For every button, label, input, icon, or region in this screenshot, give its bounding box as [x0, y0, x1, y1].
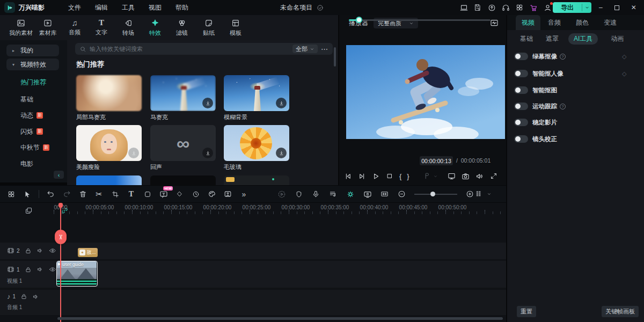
- effect-card-echo[interactable]: ∞: [150, 125, 216, 161]
- effect-card-partial[interactable]: [224, 175, 289, 185]
- tab-transitions[interactable]: 转场: [115, 15, 142, 40]
- tab-audio-props[interactable]: 音频: [540, 15, 568, 30]
- zoom-out-icon[interactable]: [397, 189, 406, 199]
- track-audio-1[interactable]: ♪ 1 音频 1: [0, 290, 506, 315]
- playhead-handle[interactable]: [58, 203, 63, 208]
- tab-effects[interactable]: 特效: [142, 15, 169, 40]
- color-palette-icon[interactable]: [207, 189, 216, 199]
- delete-icon[interactable]: [78, 189, 87, 199]
- switch-device-icon[interactable]: [457, 1, 470, 14]
- keyframe-icon[interactable]: [175, 189, 184, 199]
- tab-stock-media[interactable]: 素材库: [34, 15, 61, 40]
- more-tools-button[interactable]: »: [239, 189, 248, 199]
- tab-templates[interactable]: 模板: [222, 15, 249, 40]
- effect-card-blur-bg[interactable]: [224, 75, 289, 111]
- effect-card-mosaic[interactable]: [150, 75, 216, 111]
- close-button[interactable]: ✕: [631, 4, 636, 11]
- video-clip-selected[interactable]: ▶ user guide: [56, 261, 98, 287]
- effects-active-icon[interactable]: [346, 189, 355, 199]
- seek-bar-knob[interactable]: [356, 17, 362, 23]
- sidebar-item-midautumn[interactable]: 中秋节新: [20, 143, 49, 152]
- download-icon[interactable]: [276, 98, 287, 108]
- tab-filters[interactable]: 滤镜: [169, 15, 195, 40]
- crop-icon[interactable]: [111, 189, 120, 199]
- tab-color[interactable]: 颜色: [568, 15, 596, 30]
- subtab-basic[interactable]: 基础: [520, 34, 533, 43]
- mute-icon[interactable]: [36, 266, 44, 273]
- store-cart-icon[interactable]: [527, 1, 540, 14]
- tab-my-media[interactable]: 我的素材: [8, 15, 34, 40]
- chroma-key-toggle[interactable]: [514, 53, 528, 60]
- lock-icon[interactable]: [20, 293, 27, 300]
- mute-icon[interactable]: [32, 293, 40, 301]
- sidebar-item-hot[interactable]: 热门推荐: [20, 78, 46, 86]
- chevron-down-icon[interactable]: [487, 192, 492, 196]
- eye-icon[interactable]: [49, 247, 56, 254]
- search-bar[interactable]: 全部 ⋯: [75, 43, 333, 55]
- subtab-mask[interactable]: 遮罩: [546, 34, 559, 43]
- effect-card-frosted-glass[interactable]: [224, 125, 289, 161]
- manage-tracks-icon[interactable]: [25, 207, 33, 215]
- menu-edit[interactable]: 编辑: [95, 3, 108, 12]
- upload-icon[interactable]: [485, 1, 498, 14]
- chevron-down-icon[interactable]: [433, 174, 438, 179]
- workspace-grid-icon[interactable]: [6, 189, 16, 199]
- volume-button[interactable]: [475, 172, 484, 180]
- help-icon[interactable]: ?: [560, 54, 566, 60]
- timeline-scrollbar[interactable]: [57, 317, 503, 320]
- keyframe-diamond-icon[interactable]: ◇: [622, 70, 626, 77]
- text-tool-icon[interactable]: T: [127, 189, 136, 199]
- mask-tool-icon[interactable]: [143, 189, 152, 199]
- download-icon[interactable]: [202, 148, 213, 158]
- lock-icon[interactable]: [25, 247, 32, 254]
- stabilization-toggle[interactable]: [514, 119, 528, 126]
- render-preview-icon[interactable]: [277, 189, 286, 199]
- tab-audio[interactable]: ♫音频: [61, 15, 88, 40]
- save-icon[interactable]: [471, 1, 484, 14]
- ai-portrait-toggle[interactable]: [514, 70, 528, 77]
- track-height-icon[interactable]: [474, 189, 484, 199]
- playhead-split-button[interactable]: ✂: [55, 230, 67, 244]
- effect-clip[interactable]: ✦ 故...: [78, 248, 98, 257]
- fit-timeline-icon[interactable]: [380, 189, 389, 199]
- download-icon[interactable]: [202, 98, 213, 108]
- sidebar-item-dynamic[interactable]: 动态新: [20, 111, 43, 120]
- download-icon[interactable]: [128, 148, 139, 158]
- export-button[interactable]: 导出: [553, 2, 591, 13]
- help-icon[interactable]: ?: [560, 104, 566, 109]
- menu-help[interactable]: 帮助: [175, 3, 188, 12]
- ruler-minor-ticks[interactable]: [54, 211, 506, 214]
- marker-button[interactable]: [422, 172, 431, 180]
- subtab-ai-tools[interactable]: AI工具: [568, 33, 598, 45]
- timeline-zoom-slider[interactable]: [414, 191, 457, 198]
- zoom-in-icon[interactable]: [465, 189, 474, 199]
- effects-scrollbar[interactable]: [334, 47, 336, 67]
- effect-card-partial[interactable]: [76, 175, 142, 185]
- effect-card-beauty[interactable]: [76, 125, 142, 161]
- scopes-icon[interactable]: [490, 19, 499, 27]
- select-tool-icon[interactable]: [23, 189, 32, 199]
- smart-cutout-toggle[interactable]: [514, 86, 528, 94]
- play-button[interactable]: [371, 172, 380, 180]
- more-options-button[interactable]: ⋯: [321, 45, 328, 53]
- effect-card-partial-mosaic[interactable]: [76, 75, 142, 111]
- mirror-display-button[interactable]: [448, 172, 456, 180]
- zoom-slider-knob[interactable]: [430, 192, 435, 196]
- sidebar-group-my[interactable]: ▸ 我的: [6, 45, 59, 56]
- stop-button[interactable]: [385, 172, 394, 180]
- minimize-button[interactable]: –: [599, 4, 603, 11]
- search-input[interactable]: [90, 46, 289, 52]
- audio-mixer-icon[interactable]: [328, 189, 338, 199]
- support-headset-icon[interactable]: [499, 1, 512, 14]
- apps-grid-icon[interactable]: [513, 1, 526, 14]
- voiceover-mic-icon[interactable]: [311, 189, 320, 199]
- screen-capture-icon[interactable]: [363, 189, 372, 199]
- sidebar-group-video-effects[interactable]: ▾ 视频特效: [6, 58, 59, 70]
- fullscreen-button[interactable]: [489, 172, 498, 180]
- export-dropdown-icon[interactable]: [582, 4, 591, 11]
- tab-stickers[interactable]: 贴纸: [195, 15, 222, 40]
- undo-icon[interactable]: [46, 189, 55, 199]
- lens-correction-toggle[interactable]: [514, 135, 528, 143]
- track-overlay[interactable]: 2: [0, 243, 506, 259]
- video-preview[interactable]: [346, 45, 505, 139]
